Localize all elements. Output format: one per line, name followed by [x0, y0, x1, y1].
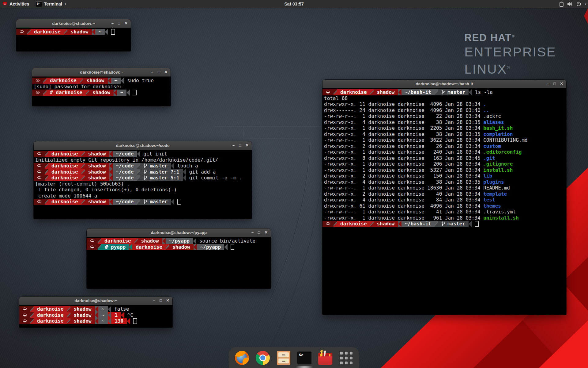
prompt-segment-redhat [34, 151, 45, 157]
terminal-content[interactable]: darknoiseshadow~sudo true[sudo] password… [32, 77, 171, 107]
terminal-cursor [231, 244, 234, 250]
file-name: .travis.yml [483, 209, 516, 215]
powerline-separator [171, 163, 174, 169]
window-titlebar[interactable]: darknoise@shadow:~–□✕ [16, 19, 131, 28]
file-name: README.md [483, 185, 510, 191]
powerline-separator [81, 169, 85, 175]
prompt-segment-redhat [322, 89, 334, 95]
prompt-segment-text: shadow [74, 312, 92, 318]
prompt-segment-text: ~/code [116, 151, 134, 157]
command-text: git commit -a -m . [186, 175, 242, 181]
redhat-icon [36, 79, 40, 82]
ls-line-meta: -rw-rw-r--. 1 darknoise darknoise 3622 J… [324, 137, 483, 143]
terminal-line: 1 file changed, 0 insertions(+), 0 delet… [34, 187, 252, 193]
window-titlebar[interactable]: darknoise@shadow:~/code–□✕ [34, 141, 252, 150]
close-button[interactable]: ✕ [560, 80, 563, 88]
prompt-segment: darknoise [47, 78, 80, 84]
powerline-separator [109, 199, 113, 205]
prompt-segment-redhat [16, 29, 27, 35]
powerline-separator [27, 29, 31, 35]
minimize-button[interactable]: – [111, 19, 114, 28]
window-titlebar[interactable]: darknoise@shadow:~–□✕ [32, 68, 171, 77]
minimize-button[interactable]: – [251, 228, 254, 237]
terminal-window-bash-it[interactable]: darknoise@shadow:~/bash-it–□✕darknoisesh… [322, 80, 566, 315]
prompt-segment: shadow [70, 306, 95, 312]
terminal-line: darknoiseshadow~/codemaster ?:1git add a [34, 169, 252, 175]
terminal-window-sudo[interactable]: darknoise@shadow:~–□✕darknoiseshadow~sud… [32, 68, 171, 106]
prompt-segment-branch: master [438, 89, 469, 95]
prompt-segment: darknoise [48, 151, 81, 157]
window-titlebar[interactable]: darknoise@shadow:~/bash-it–□✕ [322, 80, 566, 88]
close-button[interactable]: ✕ [246, 141, 249, 150]
battery-icon [560, 2, 564, 7]
window-titlebar[interactable]: darknoise@shadow:~–□✕ [19, 297, 172, 305]
powerline-separator [137, 163, 140, 169]
prompt-segment: shadow [67, 29, 92, 35]
prompt-segment: shadow [85, 163, 109, 169]
terminal-window-exit-codes[interactable]: darknoise@shadow:~–□✕darknoiseshadow~fal… [19, 297, 172, 328]
powerline-separator [193, 238, 196, 244]
powerline-separator [95, 318, 98, 324]
prompt-segment-text: ~/bash-it [405, 221, 432, 227]
prompt-segment: 130 [111, 318, 127, 324]
ls-line-meta: -rwxrwxr-x. 1 darknoise darknoise 961 Ja… [324, 215, 483, 221]
app-grid-icon [339, 351, 353, 365]
maximize-button[interactable]: □ [160, 297, 162, 305]
prompt-segment-text: 1 [115, 312, 118, 318]
close-button[interactable]: ✕ [164, 68, 168, 76]
activities-button[interactable]: Activities [0, 0, 33, 8]
dock-item-toolbox[interactable] [318, 351, 332, 365]
prompt-segment: darknoise [337, 89, 370, 95]
minimize-button[interactable]: – [547, 80, 549, 88]
terminal-content[interactable]: darknoiseshadow~ [16, 28, 131, 52]
dock-item-app-grid[interactable] [339, 351, 353, 365]
minimize-button[interactable]: – [153, 297, 155, 305]
prompt-segment: darknoise [132, 244, 166, 250]
top-bar: Activities $> Terminal ▼ Sat 03:57 ▾ [0, 0, 588, 8]
python-icon [104, 245, 109, 249]
maximize-button[interactable]: □ [258, 228, 260, 237]
app-menu-label: Terminal [44, 2, 62, 6]
registered-mark: ® [507, 66, 510, 70]
terminal-content[interactable]: darknoiseshadow~/pyappsource bin/activat… [87, 237, 271, 289]
prompt-segment-text: # darknoise [50, 90, 82, 96]
terminal-line: drwxrwxr-x. 4 darknoise darknoise 38 Jan… [322, 119, 566, 125]
close-button[interactable]: ✕ [265, 228, 268, 237]
prompt-segment: darknoise [48, 199, 81, 205]
activities-label: Activities [9, 2, 29, 6]
maximize-button[interactable]: □ [239, 141, 241, 150]
prompt-segment-text: shadow [88, 175, 106, 181]
maximize-button[interactable]: □ [553, 80, 556, 88]
app-menu-terminal[interactable]: $> Terminal ▼ [33, 0, 70, 8]
minimize-button[interactable]: – [232, 141, 235, 150]
system-status-area[interactable]: ▾ [560, 0, 586, 8]
prompt-segment-text: shadow [92, 90, 110, 96]
maximize-button[interactable]: □ [158, 68, 160, 76]
powerline-separator [166, 244, 169, 250]
maximize-button[interactable]: □ [118, 19, 120, 28]
terminal-window-home-1[interactable]: darknoise@shadow:~–□✕darknoiseshadow~ [16, 19, 131, 51]
terminal-content[interactable]: darknoiseshadow~/bash-itmasterls -latota… [322, 88, 566, 316]
dock-item-terminal[interactable]: $> [297, 351, 311, 365]
terminal-line: -rw-rw-r--. 1 darknoise darknoise 3622 J… [322, 137, 566, 143]
close-button[interactable]: ✕ [166, 297, 169, 305]
minimize-button[interactable]: – [151, 68, 153, 76]
terminal-content[interactable]: darknoiseshadow~/codegit initInitialized… [34, 150, 252, 220]
prompt-segment: ~/code [113, 199, 137, 205]
close-button[interactable]: ✕ [125, 19, 128, 28]
powerline-separator [30, 318, 34, 324]
terminal-content[interactable]: darknoiseshadow~falsedarknoiseshadow~1^C… [19, 305, 172, 328]
prompt-segment-text: shadow [172, 244, 190, 250]
clock[interactable]: Sat 03:57 [284, 0, 304, 8]
dock-item-chrome[interactable] [256, 351, 270, 365]
window-titlebar[interactable]: darknoise@shadow:~/pyapp–□✕ [87, 228, 271, 237]
dock-item-files[interactable] [277, 351, 291, 365]
terminal-window-pyapp[interactable]: darknoise@shadow:~/pyapp–□✕darknoiseshad… [87, 228, 271, 289]
terminal-line: [master (root-commit) 50bcb63] . [34, 181, 252, 187]
terminal-window-code[interactable]: darknoise@shadow:~/code–□✕darknoiseshado… [34, 141, 252, 219]
dock: $> [229, 347, 359, 368]
terminal-line: drwx------. 24 darknoise darknoise 4096 … [322, 107, 566, 113]
dock-item-firefox[interactable] [235, 351, 249, 365]
command-text: ^C [124, 312, 133, 318]
prompt-segment-text: shadow [74, 318, 92, 324]
